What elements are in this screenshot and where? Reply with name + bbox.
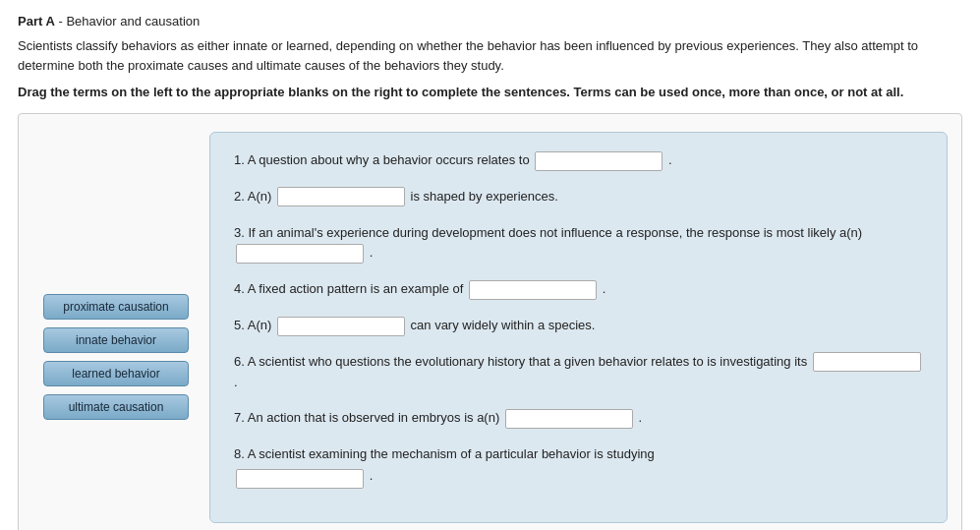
q7-text-after: . (639, 410, 643, 425)
question-6: 6. A scientist who questions the evoluti… (234, 352, 923, 393)
q6-blank[interactable] (813, 352, 921, 372)
q1-text-before: A question about why a behavior occurs r… (248, 152, 530, 167)
q8-num: 8. (234, 446, 245, 461)
q2-text-after: is shaped by experiences. (411, 189, 558, 204)
q5-blank[interactable] (277, 317, 405, 336)
q8-text-before: A scientist examining the mechanism of a… (248, 446, 655, 461)
q3-blank[interactable] (236, 244, 364, 264)
q4-blank[interactable] (469, 280, 597, 300)
q5-text-before: A(n) (248, 318, 272, 332)
question-5: 5. A(n) can vary widely within a species… (234, 316, 923, 336)
q1-num: 1. (234, 152, 245, 167)
question-4: 4. A fixed action pattern is an example … (234, 279, 923, 300)
q4-num: 4. (234, 281, 245, 296)
q2-num: 2. (234, 189, 245, 204)
q4-text-after: . (603, 281, 606, 296)
q7-num: 7. (234, 410, 245, 425)
q7-text-before: An action that is observed in embryos is… (248, 410, 500, 425)
q6-text-after: . (234, 375, 238, 389)
term-proximate-causation[interactable]: proximate causation (43, 294, 189, 320)
description: Scientists classify behaviors as either … (18, 36, 922, 75)
q1-blank[interactable] (535, 151, 663, 171)
question-1: 1. A question about why a behavior occur… (234, 150, 923, 171)
question-7: 7. An action that is observed in embryos… (234, 408, 923, 429)
term-innate-behavior[interactable]: innate behavior (43, 327, 189, 353)
q6-num: 6. (234, 354, 245, 369)
q2-text-before: A(n) (248, 189, 272, 204)
q5-text-after: can vary widely within a species. (411, 318, 596, 332)
question-3: 3. If an animal's experience during deve… (234, 223, 923, 265)
question-2: 2. A(n) is shaped by experiences. (234, 187, 923, 207)
main-area: proximate causation innate behavior lear… (18, 113, 962, 530)
part-title: Behavior and causation (66, 14, 200, 29)
q1-text-after: . (668, 152, 672, 167)
q4-text-before: A fixed action pattern is an example of (248, 281, 464, 296)
q2-blank[interactable] (277, 187, 405, 206)
q3-num: 3. (234, 225, 245, 240)
instruction: Drag the terms on the left to the approp… (18, 85, 922, 99)
q3-text-before: If an animal's experience during develop… (248, 225, 862, 240)
part-header: Part A - Behavior and causation (18, 14, 962, 29)
questions-panel: 1. A question about why a behavior occur… (209, 132, 948, 523)
q6-text-before: A scientist who questions the evolutiona… (248, 354, 807, 369)
term-ultimate-causation[interactable]: ultimate causation (43, 394, 189, 420)
page-wrapper: Part A - Behavior and causation Scientis… (0, 0, 980, 530)
q5-num: 5. (234, 318, 245, 332)
terms-panel: proximate causation innate behavior lear… (32, 132, 200, 523)
q7-blank[interactable] (505, 409, 633, 429)
q8-blank[interactable] (236, 469, 364, 489)
question-8: 8. A scientist examining the mechanism o… (234, 444, 923, 489)
term-learned-behavior[interactable]: learned behavior (43, 361, 189, 386)
q8-text-after: . (370, 468, 374, 483)
q3-text-after: . (370, 245, 374, 260)
part-label: Part A (18, 14, 55, 29)
